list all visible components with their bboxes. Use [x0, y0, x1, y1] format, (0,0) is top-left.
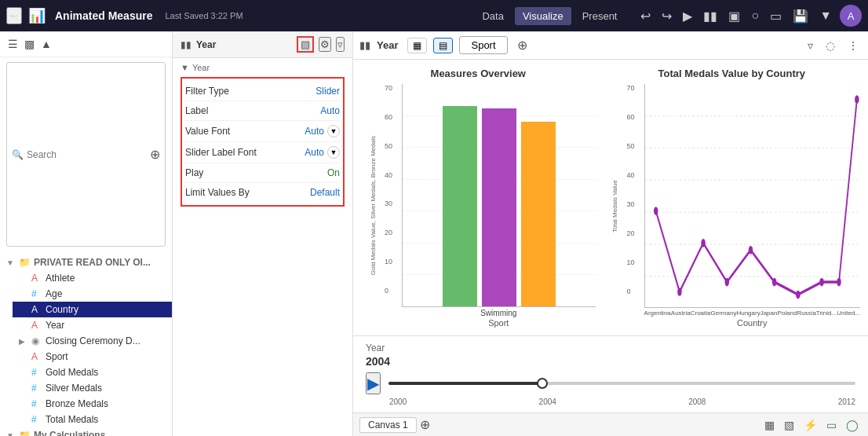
svg-point-11: [771, 278, 775, 287]
svg-point-10: [748, 246, 752, 255]
slider-filled: [388, 382, 542, 385]
filter-icon-button[interactable]: ▿: [336, 37, 345, 52]
filter-icon-btn[interactable]: ▿: [804, 38, 816, 53]
bottom-icons: ▦ ▧ ⚡ ▭ ◯: [761, 417, 862, 433]
line-x-labels: Argentina Austria Croatia Germany Hungar…: [627, 310, 860, 317]
root-label: PRIVATE READ ONLY OI...: [34, 257, 151, 268]
settings-icon-btn[interactable]: ◌: [822, 38, 838, 53]
bottom-fullscreen-btn[interactable]: ◯: [843, 417, 862, 433]
sidebar-item-bronze[interactable]: # Bronze Medals: [13, 396, 172, 412]
more-icon-btn[interactable]: ⋮: [844, 38, 862, 53]
slider-play-button[interactable]: ▶: [366, 372, 381, 394]
string-icon-year: A: [31, 320, 42, 331]
sidebar-item-age[interactable]: # Age: [13, 286, 172, 302]
save-button[interactable]: 💾: [790, 7, 811, 25]
canvas-tab[interactable]: Canvas 1: [359, 417, 417, 433]
sidebar-item-silver[interactable]: # Silver Medals: [13, 380, 172, 396]
country-label: Country: [46, 304, 78, 315]
canvas-tab-label: Canvas 1: [368, 420, 408, 431]
sidebar-item-gold[interactable]: # Gold Medals: [13, 365, 172, 380]
avatar[interactable]: A: [840, 5, 862, 27]
nav-data[interactable]: Data: [474, 7, 511, 25]
tree-calculations-item[interactable]: ▼ 📁 My Calculations: [0, 427, 172, 436]
filter-settings-button[interactable]: ⚙: [319, 37, 331, 52]
y-tick-60: 60: [385, 113, 402, 121]
bar-x-label: Swimming: [385, 309, 596, 317]
valuefont-more-button[interactable]: ▼: [327, 125, 340, 137]
tree-toggle-icon: ▼: [6, 258, 16, 267]
filter-play-value[interactable]: On: [327, 167, 340, 178]
sidebar-add-button[interactable]: ⊕: [150, 147, 160, 162]
slider-area: Year 2004 ▶ 2000 2004 2008 2012: [353, 335, 868, 412]
age-label: Age: [46, 288, 62, 299]
svg-point-6: [654, 207, 658, 215]
silver-label: Silver Medals: [46, 383, 102, 394]
bottom-grid-btn[interactable]: ▦: [761, 417, 778, 433]
sidebar-item-total[interactable]: # Total Medals: [13, 412, 172, 427]
export-button[interactable]: ▭: [767, 7, 785, 25]
sidebar: ☰ ▩ ▲ 🔍 ⊕ ▼ 📁 PRIVATE READ ONLY OI... A …: [0, 31, 173, 436]
number-icon: #: [31, 288, 42, 299]
bulb-button[interactable]: ○: [748, 7, 762, 24]
sport-label: Sport: [46, 351, 68, 362]
country-poland: Poland: [777, 310, 797, 317]
filter-row-label: Label Auto: [185, 101, 340, 121]
filter-panel-title: Year: [196, 39, 292, 50]
bottom-lightning-btn[interactable]: ⚡: [801, 417, 820, 433]
bottom-layout-btn[interactable]: ▧: [781, 417, 797, 433]
slider-track[interactable]: [388, 382, 855, 385]
viz-grid-btn[interactable]: ▦: [407, 38, 427, 53]
back-button[interactable]: ←: [6, 7, 22, 24]
sidebar-item-closing[interactable]: ▶ ◉ Closing Ceremony D...: [13, 333, 172, 349]
nav-visualize[interactable]: Visualize: [515, 7, 571, 25]
y-tick-10: 10: [385, 258, 402, 266]
comment-button[interactable]: ▣: [725, 7, 743, 25]
save-dropdown[interactable]: ▼: [816, 7, 835, 24]
sport-button[interactable]: Sport: [459, 36, 507, 54]
sidebar-chart-icon[interactable]: ▩: [23, 36, 36, 52]
bookmark-button[interactable]: ▮▮: [700, 7, 720, 25]
filter-limit-value[interactable]: Default: [310, 187, 340, 198]
slider-labels: 2000 2004 2008 2012: [366, 398, 855, 406]
line-y-40: 40: [627, 171, 644, 179]
viz-layout-btn[interactable]: ▤: [433, 38, 453, 53]
sliderlabelfont-more-button[interactable]: ▼: [327, 146, 340, 159]
country-argentina: Argentina: [644, 310, 671, 317]
slider-label-2008: 2008: [688, 398, 706, 406]
closing-label: Closing Ceremony D...: [46, 335, 140, 346]
nav-present[interactable]: Present: [574, 7, 625, 25]
sidebar-analytics-icon[interactable]: ▲: [39, 36, 53, 52]
filter-type-value[interactable]: Slider: [315, 86, 340, 97]
sidebar-item-sport[interactable]: A Sport: [13, 349, 172, 365]
sidebar-item-athlete[interactable]: A Athlete: [13, 270, 172, 286]
search-input[interactable]: [27, 149, 150, 160]
undo-button[interactable]: ↩: [637, 7, 654, 25]
redo-button[interactable]: ↪: [658, 7, 675, 25]
country-germany: Germany: [711, 310, 737, 317]
bar-sport-label: Sport: [385, 318, 596, 328]
line-chart-container: Total Medals Value by Country Total Meda…: [604, 68, 860, 328]
line-y-20: 20: [627, 229, 644, 237]
slider-thumb[interactable]: [537, 378, 548, 389]
canvas-add-button[interactable]: ⊕: [420, 417, 430, 432]
filter-label-label: Label: [185, 105, 208, 116]
line-chart-svg: [645, 84, 860, 307]
filter-panel-icon: ▮▮: [181, 39, 191, 50]
sidebar-layers-icon[interactable]: ☰: [6, 36, 20, 52]
filter-sliderlabelfont-value[interactable]: Auto: [305, 147, 324, 158]
country-croatia: Croatia: [691, 310, 711, 317]
bar-chart-title: Measures Overview: [361, 68, 596, 79]
filter-label-value[interactable]: Auto: [320, 105, 340, 116]
y-tick-20: 20: [385, 229, 402, 236]
sidebar-item-year[interactable]: A Year: [13, 317, 172, 333]
bottom-expand-btn[interactable]: ▭: [823, 417, 840, 433]
line-y-10: 10: [627, 258, 644, 266]
main-layout: ☰ ▩ ▲ 🔍 ⊕ ▼ 📁 PRIVATE READ ONLY OI... A …: [0, 31, 868, 436]
play-button[interactable]: ▶: [680, 7, 695, 25]
tree-root-item[interactable]: ▼ 📁 PRIVATE READ ONLY OI...: [0, 255, 172, 270]
filter-layout-button[interactable]: ▧: [297, 36, 314, 53]
filter-valuefont-value[interactable]: Auto: [305, 126, 324, 137]
sidebar-item-country[interactable]: A Country: [13, 302, 172, 317]
add-filter-button[interactable]: ⊕: [514, 36, 531, 54]
number-icon-bronze: #: [31, 398, 42, 409]
